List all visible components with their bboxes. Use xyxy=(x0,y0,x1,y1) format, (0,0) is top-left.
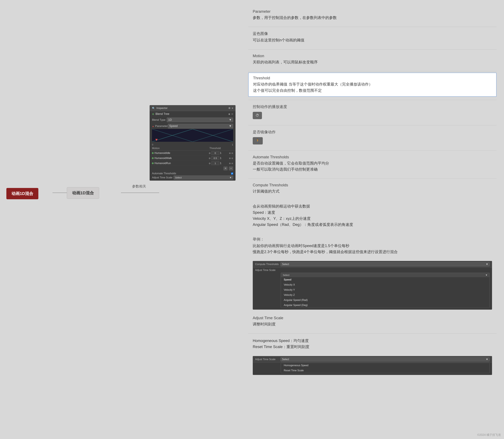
motion-override-1: 1 xyxy=(220,157,221,159)
motion-title: Motion xyxy=(253,54,492,58)
adjust-panel-label: Adjust Time Scale xyxy=(255,358,281,361)
dropdown-item-angular-rad[interactable]: Angular Speed (Rad) xyxy=(281,298,490,303)
annotation-mirror: 是否镜像动作 🚶 xyxy=(248,127,496,147)
automate-thresholds-row: Automate Thresholds xyxy=(152,172,233,175)
example-title: 举例： xyxy=(253,237,492,242)
inspector-panel: 🔍 Inspector ⚙ ≡ ◈ Blend Tree ◉ ⊙ Blend T… xyxy=(150,105,235,181)
svg-rect-2 xyxy=(152,129,233,142)
annotation-compute-body: 会从动画剪辑的根运动中获去数据 Speed：速度 Velocity X、Y、Z：… xyxy=(248,200,496,231)
remove-motion-button[interactable]: − xyxy=(229,166,233,171)
motion-table-header: Motion Threshold xyxy=(150,146,235,150)
motion-diamond-2 xyxy=(152,162,154,164)
dropdown-item-angular-deg[interactable]: Angular Speed (Deg) xyxy=(281,303,490,308)
blend-axis: 0 1 xyxy=(150,143,235,146)
threshold-input-0[interactable] xyxy=(211,151,219,155)
motion-diamond-0 xyxy=(152,152,154,154)
motion-col-name-header: Motion xyxy=(152,147,206,150)
annotation-example: 举例： 比如你的动画剪辑行走动画时Speed速度是1.5个单位每秒 慢跑是2.3… xyxy=(248,234,496,258)
adjust-time-scale-dropdown[interactable]: Select ▼ xyxy=(174,176,233,180)
dropdown-item-velz[interactable]: Velocity Z xyxy=(281,293,490,298)
param-arrow: ▲ xyxy=(152,125,154,127)
param-body: 参数，用于控制混合的参数，在参数列表中的参数 xyxy=(253,15,492,21)
threshold-input-2[interactable] xyxy=(211,161,219,165)
automate-checkbox[interactable] xyxy=(231,172,233,175)
dropdown-item-homogeneous[interactable]: Homogeneous Speed xyxy=(281,363,490,368)
annotation-parameter: Parameter 参数，用于控制混合的参数，在参数列表中的参数 xyxy=(248,6,496,24)
annotation-threshold: Threshold 对应动作的临界阈值 当等于这个值时动作权重最大（完全播放该动… xyxy=(248,73,496,97)
motion-circle-0: ⊙ xyxy=(209,152,211,154)
homogeneous-line1: Homogeneous Speed：均匀速度 xyxy=(253,338,492,344)
motion-name-0: HumanoidIdle xyxy=(154,152,170,155)
motion-circle-2: ⊙ xyxy=(209,162,211,165)
annotation-homogeneous: Homogeneous Speed：均匀速度 Reset Time Scale：… xyxy=(248,335,496,353)
dropdown-item-vely[interactable]: Velocity Y xyxy=(281,287,490,293)
motion-diamond-1 xyxy=(152,157,154,159)
compute-select-box[interactable]: Select ▼ xyxy=(281,262,490,266)
blend-visualization xyxy=(152,129,233,142)
watermark: ©2024 橘子捏飞渣 xyxy=(477,433,501,437)
dropdown-compute-header: Select ▼ xyxy=(281,273,490,277)
param-title: Parameter xyxy=(253,9,492,14)
blend-type-dropdown[interactable]: 1D ▼ xyxy=(167,118,233,122)
blend-tree-label: Blend Tree xyxy=(155,112,227,116)
threshold-input-1[interactable] xyxy=(211,156,219,160)
parameter-label: Parameter xyxy=(155,124,168,128)
motion-override-2: 1 xyxy=(220,162,221,165)
connector-label: 参数相关 xyxy=(132,184,146,189)
blend-type-label: Blend Type xyxy=(152,118,165,122)
annotation-adjust: Adjust Time Scale 调整时间刻度 xyxy=(248,313,496,330)
blue-image-body: 可以在这里控制n个动画的阈值 xyxy=(253,37,492,43)
adjust-time-scale-row: Adjust Time Scale Select ▼ xyxy=(152,176,233,180)
add-motion-button[interactable]: + xyxy=(223,166,228,171)
annotation-compute: Compute Thresholds 计算阈值的方式 xyxy=(248,180,496,197)
homogeneous-line2: Reset Time Scale：重置时间刻度 xyxy=(253,344,492,350)
compute-title: Compute Thresholds xyxy=(253,183,492,187)
blend-type-row: Blend Type 1D ▼ xyxy=(150,117,235,123)
inspector-icon: 🔍 xyxy=(152,107,155,110)
table-row: HumanoidWalk ⊙ 1 ⊕ ⊖ xyxy=(150,156,235,161)
inspector-settings-icon[interactable]: ⚙ xyxy=(228,107,230,110)
dropdown-item-velx[interactable]: Velocity X xyxy=(281,282,490,287)
automate-title: Automate Thresholds xyxy=(253,155,492,159)
motion-name-2: HumanoidRun xyxy=(154,162,171,165)
mirror-icon-box: 🚶 xyxy=(253,137,263,145)
motion-col-threshold-header: Threshold xyxy=(206,147,224,150)
inspector-menu-icon[interactable]: ≡ xyxy=(232,107,233,110)
example-body: 比如你的动画剪辑行走动画时Speed速度是1.5个单位每秒 慢跑是2.3个单位每… xyxy=(253,243,492,255)
table-row: HumanoidIdle ⊙ 1 ⊕ ⊖ xyxy=(150,150,235,156)
motion-col-icons-header xyxy=(224,147,233,150)
adjust-row-label: Adjust Time Scale xyxy=(255,269,281,272)
inspector-header: 🔍 Inspector ⚙ ≡ xyxy=(150,105,235,111)
dropdown-item-reset[interactable]: Reset Time Scale xyxy=(281,368,490,373)
inspector-title: Inspector xyxy=(156,107,168,110)
motion-icons-0: ⊕ ⊖ xyxy=(229,152,233,154)
blend-tree-toggle-b[interactable]: ⊙ xyxy=(231,113,233,115)
adjust-select-box[interactable]: Select ▼ xyxy=(281,357,490,361)
motion-icons-1: ⊕ ⊖ xyxy=(229,157,233,159)
speed-icon-box: ⏱ xyxy=(253,112,262,119)
automate-body: 是否自动设置阈值，它会在取值范围内平均分 一般可以取消勾选我们手动控制更准确 xyxy=(253,160,492,172)
adjust-time-scale-label: Adjust Time Scale xyxy=(152,176,172,179)
motion-name-1: HumanoidWalk xyxy=(154,157,172,160)
motion-circle-1: ⊙ xyxy=(209,157,211,159)
automate-label: Automate Thresholds xyxy=(152,172,176,175)
adjust-title: Adjust Time Scale xyxy=(253,316,492,320)
secondary-node: 动画1D混合 xyxy=(67,187,99,199)
threshold-body: 对应动作的临界阈值 当等于这个值时动作权重最大（完全播放该动作） 这个值可以完全… xyxy=(253,81,492,94)
motion-add-remove-row: + − xyxy=(150,166,235,171)
blend-tree-row: ◈ Blend Tree ◉ ⊙ xyxy=(150,111,235,117)
main-node: 动画1D混合 xyxy=(6,188,38,199)
blend-tree-icon: ◈ xyxy=(152,112,154,116)
motion-override-0: 1 xyxy=(220,152,221,154)
dropdown-item-speed[interactable]: Speed xyxy=(281,277,490,282)
parameter-dropdown[interactable]: Speed ▼ xyxy=(168,124,233,128)
annotation-automate: Automate Thresholds 是否自动设置阈值，它会在取值范围内平均分… xyxy=(248,152,496,175)
threshold-title: Threshold xyxy=(253,76,492,80)
inspector-footer: Automate Thresholds Adjust Time Scale Se… xyxy=(150,171,235,181)
annotation-blue-image: 蓝色图像 可以在这里控制n个动画的阈值 xyxy=(248,28,496,46)
right-panel: Parameter 参数，用于控制混合的参数，在参数列表中的参数 蓝色图像 可以… xyxy=(248,6,496,378)
blend-tree-toggle-a[interactable]: ◉ xyxy=(228,113,230,115)
compute-body-lines: 会从动画剪辑的根运动中获去数据 Speed：速度 Velocity X、Y、Z：… xyxy=(253,203,492,228)
adjust-body: 调整时间刻度 xyxy=(253,321,492,327)
annotation-motion: Motion 关联的动画列表，可以用鼠标改变顺序 xyxy=(248,51,496,68)
